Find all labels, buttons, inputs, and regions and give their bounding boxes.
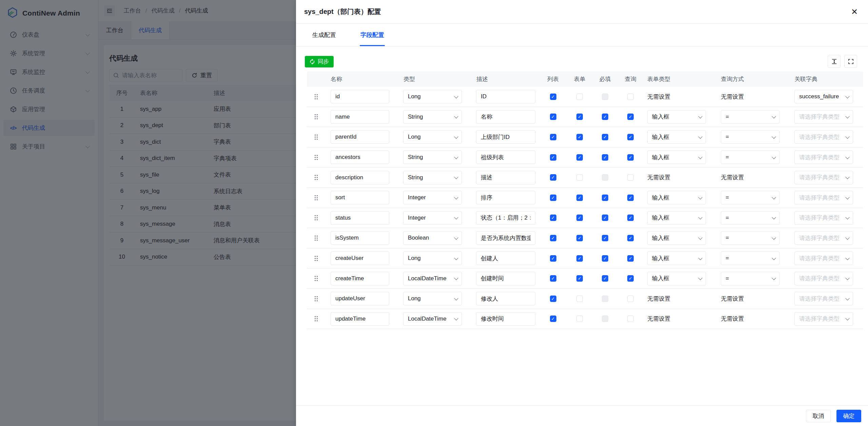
field-type-select[interactable]: String bbox=[403, 171, 462, 184]
query-checkbox[interactable] bbox=[627, 296, 634, 302]
drag-handle-icon[interactable] bbox=[307, 94, 326, 100]
query-type-select[interactable]: = bbox=[721, 272, 780, 285]
required-checkbox[interactable] bbox=[602, 174, 608, 181]
dict-select[interactable]: 请选择字典类型 bbox=[794, 312, 853, 326]
dict-select[interactable]: 请选择字典类型 bbox=[794, 130, 853, 144]
required-checkbox[interactable] bbox=[602, 255, 608, 262]
drag-handle-icon[interactable] bbox=[307, 215, 326, 221]
drag-handle-icon[interactable] bbox=[307, 175, 326, 180]
query-checkbox[interactable] bbox=[627, 114, 634, 120]
cancel-button[interactable]: 取消 bbox=[806, 410, 831, 422]
form-checkbox[interactable] bbox=[576, 134, 583, 140]
form-type-select[interactable]: 输入框 bbox=[647, 251, 706, 265]
required-checkbox[interactable] bbox=[602, 134, 608, 140]
field-name-input[interactable] bbox=[331, 211, 389, 225]
tab-generation-config[interactable]: 生成配置 bbox=[306, 24, 342, 46]
form-checkbox[interactable] bbox=[576, 154, 583, 161]
drag-handle-icon[interactable] bbox=[307, 134, 326, 140]
query-type-select[interactable]: = bbox=[721, 211, 780, 225]
query-type-select[interactable]: = bbox=[721, 251, 780, 265]
query-checkbox[interactable] bbox=[627, 195, 634, 201]
dict-select[interactable]: 请选择字典类型 bbox=[794, 191, 853, 204]
list-checkbox[interactable] bbox=[550, 215, 556, 221]
field-desc-input[interactable] bbox=[476, 211, 535, 225]
drag-handle-icon[interactable] bbox=[307, 114, 326, 120]
list-checkbox[interactable] bbox=[550, 134, 556, 140]
required-checkbox[interactable] bbox=[602, 235, 608, 241]
drag-handle-icon[interactable] bbox=[307, 316, 326, 322]
list-checkbox[interactable] bbox=[550, 296, 556, 302]
query-type-select[interactable]: = bbox=[721, 150, 780, 164]
form-checkbox[interactable] bbox=[576, 316, 583, 322]
field-type-select[interactable]: Long bbox=[403, 292, 462, 305]
required-checkbox[interactable] bbox=[602, 316, 608, 322]
list-checkbox[interactable] bbox=[550, 154, 556, 161]
field-desc-input[interactable] bbox=[476, 312, 535, 326]
form-checkbox[interactable] bbox=[576, 235, 583, 241]
dict-select[interactable]: 请选择字典类型 bbox=[794, 272, 853, 285]
field-name-input[interactable] bbox=[331, 191, 389, 204]
query-checkbox[interactable] bbox=[627, 174, 634, 181]
field-type-select[interactable]: LocalDateTime bbox=[403, 272, 462, 285]
field-desc-input[interactable] bbox=[476, 150, 535, 164]
field-name-input[interactable] bbox=[331, 130, 389, 144]
field-desc-input[interactable] bbox=[476, 171, 535, 184]
required-checkbox[interactable] bbox=[602, 215, 608, 221]
drag-handle-icon[interactable] bbox=[307, 296, 326, 302]
drag-handle-icon[interactable] bbox=[307, 195, 326, 201]
tab-field-config[interactable]: 字段配置 bbox=[354, 24, 390, 46]
field-type-select[interactable]: LocalDateTime bbox=[403, 312, 462, 326]
form-checkbox[interactable] bbox=[576, 296, 583, 302]
query-type-select[interactable]: = bbox=[721, 130, 780, 144]
form-checkbox[interactable] bbox=[576, 94, 583, 100]
field-type-select[interactable]: Long bbox=[403, 130, 462, 144]
form-type-select[interactable]: 输入框 bbox=[647, 130, 706, 144]
form-checkbox[interactable] bbox=[576, 275, 583, 282]
list-checkbox[interactable] bbox=[550, 235, 556, 241]
field-name-input[interactable] bbox=[331, 292, 389, 305]
required-checkbox[interactable] bbox=[602, 154, 608, 161]
drag-handle-icon[interactable] bbox=[307, 155, 326, 160]
dict-select[interactable]: success_failure bbox=[794, 90, 853, 103]
field-type-select[interactable]: Integer bbox=[403, 191, 462, 204]
list-checkbox[interactable] bbox=[550, 255, 556, 262]
query-checkbox[interactable] bbox=[627, 255, 634, 262]
field-name-input[interactable] bbox=[331, 171, 389, 184]
field-name-input[interactable] bbox=[331, 90, 389, 103]
query-checkbox[interactable] bbox=[627, 94, 634, 100]
field-desc-input[interactable] bbox=[476, 272, 535, 285]
list-checkbox[interactable] bbox=[550, 114, 556, 120]
field-name-input[interactable] bbox=[331, 272, 389, 285]
form-checkbox[interactable] bbox=[576, 114, 583, 120]
field-type-select[interactable]: Integer bbox=[403, 211, 462, 225]
dict-select[interactable]: 请选择字典类型 bbox=[794, 292, 853, 305]
dict-select[interactable]: 请选择字典类型 bbox=[794, 110, 853, 124]
required-checkbox[interactable] bbox=[602, 114, 608, 120]
query-checkbox[interactable] bbox=[627, 235, 634, 241]
required-checkbox[interactable] bbox=[602, 94, 608, 100]
form-checkbox[interactable] bbox=[576, 255, 583, 262]
dict-select[interactable]: 请选择字典类型 bbox=[794, 251, 853, 265]
dict-select[interactable]: 请选择字典类型 bbox=[794, 150, 853, 164]
required-checkbox[interactable] bbox=[602, 275, 608, 282]
field-desc-input[interactable] bbox=[476, 251, 535, 265]
field-type-select[interactable]: String bbox=[403, 150, 462, 164]
form-type-select[interactable]: 输入框 bbox=[647, 272, 706, 285]
required-checkbox[interactable] bbox=[602, 296, 608, 302]
sync-button[interactable]: 同步 bbox=[305, 56, 334, 67]
list-checkbox[interactable] bbox=[550, 195, 556, 201]
form-type-select[interactable]: 输入框 bbox=[647, 231, 706, 245]
query-type-select[interactable]: = bbox=[721, 191, 780, 204]
query-checkbox[interactable] bbox=[627, 154, 634, 161]
list-checkbox[interactable] bbox=[550, 316, 556, 322]
list-checkbox[interactable] bbox=[550, 275, 556, 282]
required-checkbox[interactable] bbox=[602, 195, 608, 201]
query-checkbox[interactable] bbox=[627, 316, 634, 322]
dict-select[interactable]: 请选择字典类型 bbox=[794, 171, 853, 184]
drag-handle-icon[interactable] bbox=[307, 256, 326, 261]
field-desc-input[interactable] bbox=[476, 191, 535, 204]
field-type-select[interactable]: Long bbox=[403, 90, 462, 103]
field-desc-input[interactable] bbox=[476, 130, 535, 144]
form-type-select[interactable]: 输入框 bbox=[647, 110, 706, 124]
form-checkbox[interactable] bbox=[576, 215, 583, 221]
